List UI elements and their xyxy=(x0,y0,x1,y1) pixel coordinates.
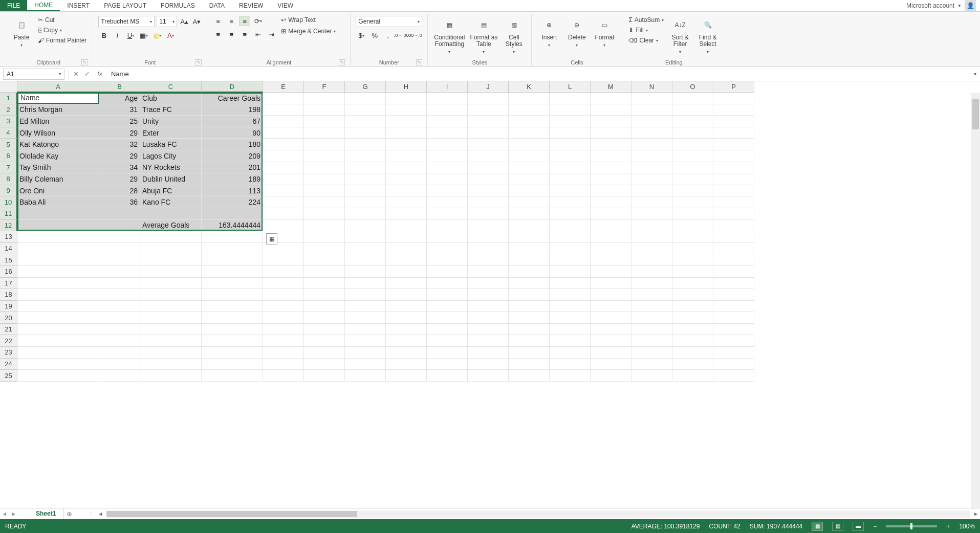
sheet-tab[interactable]: Sheet1 xyxy=(29,508,63,520)
cell-J18[interactable] xyxy=(468,289,509,301)
cell-O19[interactable] xyxy=(672,301,713,313)
cell-B9[interactable]: 28 xyxy=(99,185,140,197)
cell-E8[interactable] xyxy=(263,173,304,185)
cell-H4[interactable] xyxy=(386,127,427,139)
view-page-break-button[interactable]: ▬ xyxy=(853,522,864,531)
align-bottom-button[interactable]: ≡ xyxy=(239,16,250,26)
cell-F25[interactable] xyxy=(304,370,345,382)
cell-P23[interactable] xyxy=(713,347,754,359)
cell-A5[interactable]: Kat Katongo xyxy=(17,139,99,150)
cell-F14[interactable] xyxy=(304,243,345,255)
cell-M5[interactable] xyxy=(591,139,631,150)
cell-M8[interactable] xyxy=(591,173,631,185)
cell-A16[interactable] xyxy=(17,266,99,278)
cell-M2[interactable] xyxy=(591,104,631,116)
cell-B21[interactable] xyxy=(99,324,140,336)
cell-K3[interactable] xyxy=(509,116,550,127)
cell-J14[interactable] xyxy=(468,243,509,255)
row-header-12[interactable]: 12 xyxy=(0,220,17,232)
col-header-M[interactable]: M xyxy=(591,81,631,93)
cell-M20[interactable] xyxy=(591,312,631,324)
cell-F11[interactable] xyxy=(304,208,345,220)
row-header-20[interactable]: 20 xyxy=(0,312,17,324)
orientation-button[interactable]: ⟳▾ xyxy=(252,16,264,26)
cell-L1[interactable] xyxy=(550,93,591,104)
hscroll-track[interactable] xyxy=(106,510,970,518)
insert-cells-button[interactable]: ⊕Insert▾ xyxy=(537,16,561,50)
cell-I23[interactable] xyxy=(427,347,468,359)
delete-cells-button[interactable]: ⊖Delete▾ xyxy=(564,16,589,50)
cell-G17[interactable] xyxy=(345,278,386,290)
cell-P15[interactable] xyxy=(713,254,754,266)
cell-A23[interactable] xyxy=(17,347,99,359)
cell-J13[interactable] xyxy=(468,231,509,243)
cell-E12[interactable] xyxy=(263,220,304,232)
vscroll[interactable] xyxy=(971,93,980,508)
format-as-table-button[interactable]: ▤Format as Table▾ xyxy=(469,16,498,56)
cell-F18[interactable] xyxy=(304,289,345,301)
cell-K5[interactable] xyxy=(509,139,550,150)
cell-B13[interactable] xyxy=(99,231,140,243)
cell-J15[interactable] xyxy=(468,254,509,266)
cell-M10[interactable] xyxy=(591,196,631,208)
cell-M17[interactable] xyxy=(591,278,631,290)
cell-A1[interactable]: Name xyxy=(17,93,99,104)
cell-N20[interactable] xyxy=(631,312,672,324)
wrap-text-button[interactable]: ↩Wrap Text xyxy=(280,16,337,24)
cell-L6[interactable] xyxy=(550,150,591,162)
cell-H6[interactable] xyxy=(386,150,427,162)
cell-H13[interactable] xyxy=(386,231,427,243)
cell-J5[interactable] xyxy=(468,139,509,150)
cell-L10[interactable] xyxy=(550,196,591,208)
cell-H23[interactable] xyxy=(386,347,427,359)
cell-P20[interactable] xyxy=(713,312,754,324)
cell-I14[interactable] xyxy=(427,243,468,255)
cell-E15[interactable] xyxy=(263,254,304,266)
cell-O12[interactable] xyxy=(672,220,713,232)
cell-K2[interactable] xyxy=(509,104,550,116)
row-header-11[interactable]: 11 xyxy=(0,208,17,220)
select-all-corner[interactable] xyxy=(0,81,17,93)
cell-J2[interactable] xyxy=(468,104,509,116)
cell-E11[interactable] xyxy=(263,208,304,220)
cell-M15[interactable] xyxy=(591,254,631,266)
cell-D20[interactable] xyxy=(202,312,263,324)
cell-B14[interactable] xyxy=(99,243,140,255)
cell-O5[interactable] xyxy=(672,139,713,150)
cell-A17[interactable] xyxy=(17,278,99,290)
cell-A11[interactable] xyxy=(17,208,99,220)
cell-G1[interactable] xyxy=(345,93,386,104)
col-header-P[interactable]: P xyxy=(713,81,754,93)
cell-H5[interactable] xyxy=(386,139,427,150)
cell-C11[interactable] xyxy=(140,208,202,220)
cell-N4[interactable] xyxy=(631,127,672,139)
cell-G15[interactable] xyxy=(345,254,386,266)
cell-P8[interactable] xyxy=(713,173,754,185)
cell-C15[interactable] xyxy=(140,254,202,266)
col-header-H[interactable]: H xyxy=(386,81,427,93)
cell-K20[interactable] xyxy=(509,312,550,324)
cell-O4[interactable] xyxy=(672,127,713,139)
tab-scroll-grip[interactable]: ⋮ xyxy=(85,511,96,517)
cell-K23[interactable] xyxy=(509,347,550,359)
cell-O9[interactable] xyxy=(672,185,713,197)
row-header-3[interactable]: 3 xyxy=(0,116,17,127)
cancel-formula-button[interactable]: ✕ xyxy=(70,70,81,78)
cell-C13[interactable] xyxy=(140,231,202,243)
cell-H22[interactable] xyxy=(386,335,427,347)
row-header-5[interactable]: 5 xyxy=(0,139,17,150)
cell-M16[interactable] xyxy=(591,266,631,278)
cell-M9[interactable] xyxy=(591,185,631,197)
align-middle-button[interactable]: ≡ xyxy=(226,16,237,26)
cell-G14[interactable] xyxy=(345,243,386,255)
col-header-I[interactable]: I xyxy=(427,81,468,93)
cell-O11[interactable] xyxy=(672,208,713,220)
cell-C18[interactable] xyxy=(140,289,202,301)
cell-K14[interactable] xyxy=(509,243,550,255)
cell-J3[interactable] xyxy=(468,116,509,127)
cell-M21[interactable] xyxy=(591,324,631,336)
cell-A21[interactable] xyxy=(17,324,99,336)
cell-E25[interactable] xyxy=(263,370,304,382)
row-header-18[interactable]: 18 xyxy=(0,289,17,301)
cell-D24[interactable] xyxy=(202,359,263,370)
